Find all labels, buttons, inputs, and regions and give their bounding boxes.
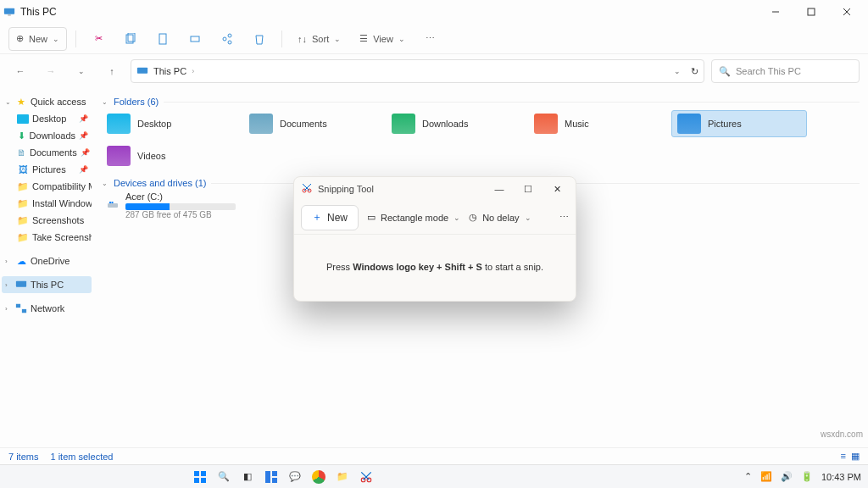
folder-item[interactable]: Videos xyxy=(102,142,237,169)
snip-new-button[interactable]: ＋New xyxy=(301,205,359,230)
plus-icon: ⊕ xyxy=(16,33,24,44)
svg-point-11 xyxy=(228,34,231,37)
chevron-down-icon: ⌄ xyxy=(102,98,108,106)
folder-item[interactable]: Downloads xyxy=(387,110,522,137)
widgets-button[interactable] xyxy=(262,468,281,486)
sidebar-label: Pictures xyxy=(32,164,66,175)
snip-maximize-button[interactable]: ☐ xyxy=(516,177,540,201)
chevron-down-icon[interactable]: ⌄ xyxy=(674,67,681,75)
chevron-down-icon: ⌄ xyxy=(5,98,12,106)
delete-button[interactable] xyxy=(246,27,273,51)
copy-button[interactable] xyxy=(117,27,144,51)
back-button[interactable]: ← xyxy=(8,59,32,83)
snip-delay-select[interactable]: ◷No delay⌄ xyxy=(469,212,531,223)
svg-rect-17 xyxy=(108,203,118,208)
svg-rect-19 xyxy=(112,202,114,203)
sidebar-label: Downloads xyxy=(30,130,75,141)
svg-rect-14 xyxy=(16,281,26,287)
sidebar-onedrive[interactable]: ›☁OneDrive xyxy=(2,252,92,269)
search-button[interactable]: 🔍 xyxy=(214,468,233,486)
sidebar-item[interactable]: 📁Install Windows 11 xyxy=(2,195,92,212)
snip-more-button[interactable]: ⋯ xyxy=(559,212,569,223)
watermark: wsxdn.com xyxy=(821,430,863,439)
hint-text: to start a snip. xyxy=(482,262,543,272)
paste-button[interactable] xyxy=(149,27,176,51)
rectangle-icon: ▭ xyxy=(367,212,376,223)
start-button[interactable] xyxy=(191,468,209,486)
details-view-button[interactable]: ≡ xyxy=(841,451,846,462)
view-icon: ☰ xyxy=(359,33,368,44)
svg-rect-25 xyxy=(201,471,206,476)
address-bar[interactable]: This PC › ⌄ ↻ xyxy=(131,59,704,83)
new-button[interactable]: ⊕ New ⌄ xyxy=(8,27,67,51)
chevron-right-icon: › xyxy=(5,305,12,313)
sidebar-item[interactable]: 📁Screenshots xyxy=(2,212,92,229)
wifi-icon[interactable]: 📶 xyxy=(760,471,772,482)
volume-icon[interactable]: 🔊 xyxy=(781,471,793,482)
rename-button[interactable] xyxy=(181,27,209,51)
forward-button[interactable]: → xyxy=(39,59,63,83)
sort-button[interactable]: ↑↓Sort⌄ xyxy=(291,27,348,51)
chevron-down-icon: ⌄ xyxy=(398,35,405,43)
view-button[interactable]: ☰View⌄ xyxy=(353,27,412,51)
breadcrumb[interactable]: This PC xyxy=(153,66,186,76)
folder-label: Downloads xyxy=(422,119,468,129)
minimize-button[interactable] xyxy=(758,0,793,24)
snip-close-button[interactable]: ✕ xyxy=(545,177,569,201)
snipping-tool-icon xyxy=(301,182,313,196)
sidebar-quick-access[interactable]: ⌄★Quick access xyxy=(2,93,92,110)
sidebar-item-downloads[interactable]: ⬇Downloads📌 xyxy=(2,127,92,144)
svg-rect-29 xyxy=(272,471,277,476)
divider xyxy=(75,30,76,47)
maximize-button[interactable] xyxy=(793,0,829,24)
more-button[interactable]: ⋯ xyxy=(417,27,444,51)
search-icon: 🔍 xyxy=(719,66,731,77)
refresh-button[interactable]: ↻ xyxy=(691,66,698,77)
folder-item[interactable]: Documents xyxy=(244,110,380,137)
folder-label: Desktop xyxy=(137,119,171,129)
sidebar-item[interactable]: 📁Take Screenshots xyxy=(2,229,92,246)
sidebar-this-pc[interactable]: ›This PC xyxy=(2,276,92,293)
folder-item[interactable]: Music xyxy=(529,110,665,137)
chat-button[interactable]: 💬 xyxy=(286,468,304,486)
folder-item[interactable]: Pictures xyxy=(671,110,807,137)
system-tray[interactable]: ⌃ 📶 🔊 🔋 10:43 PM xyxy=(744,471,861,482)
svg-rect-9 xyxy=(191,36,199,42)
sidebar-item-desktop[interactable]: Desktop📌 xyxy=(2,110,92,127)
search-box[interactable]: 🔍 Search This PC xyxy=(711,59,860,83)
chevron-down-icon: ⌄ xyxy=(334,35,341,43)
documents-icon: 🗎 xyxy=(17,147,26,158)
folder-icon xyxy=(107,114,131,134)
battery-icon[interactable]: 🔋 xyxy=(801,471,813,482)
sidebar-item-documents[interactable]: 🗎Documents📌 xyxy=(2,144,92,161)
this-pc-icon xyxy=(15,279,27,291)
clock[interactable]: 10:43 PM xyxy=(821,472,861,482)
star-icon: ★ xyxy=(15,96,27,108)
up-button[interactable]: ↑ xyxy=(100,59,124,83)
explorer-button[interactable]: 📁 xyxy=(333,468,352,486)
desktop-icon xyxy=(17,114,29,124)
chevron-down-icon: ⌄ xyxy=(453,214,460,222)
snip-minimize-button[interactable]: — xyxy=(487,177,511,201)
task-view-button[interactable]: ◧ xyxy=(238,468,257,486)
share-button[interactable] xyxy=(214,27,241,51)
plus-icon: ＋ xyxy=(312,210,322,225)
snipping-task-button[interactable] xyxy=(357,468,376,486)
drive-item[interactable]: Acer (C:) 287 GB free of 475 GB xyxy=(102,191,271,219)
svg-rect-1 xyxy=(8,15,11,16)
folder-item[interactable]: Desktop xyxy=(102,110,237,137)
tiles-view-button[interactable]: ▦ xyxy=(851,451,860,462)
cut-button[interactable]: ✂ xyxy=(85,27,112,51)
folders-header[interactable]: ⌄Folders (6) xyxy=(102,97,860,107)
recent-button[interactable]: ⌄ xyxy=(70,59,93,83)
snip-mode-select[interactable]: ▭Rectangle mode⌄ xyxy=(367,212,460,223)
chrome-button[interactable] xyxy=(309,468,328,486)
more-icon: ⋯ xyxy=(426,33,435,44)
sidebar-item[interactable]: 📁Compatibility Mode xyxy=(2,178,92,195)
sidebar-item-pictures[interactable]: 🖼Pictures📌 xyxy=(2,161,92,178)
close-button[interactable] xyxy=(829,0,865,24)
status-items: 7 items xyxy=(8,452,38,462)
drive-usage-bar xyxy=(125,203,236,210)
chevron-up-icon[interactable]: ⌃ xyxy=(744,471,752,482)
sidebar-network[interactable]: ›Network xyxy=(2,300,92,317)
